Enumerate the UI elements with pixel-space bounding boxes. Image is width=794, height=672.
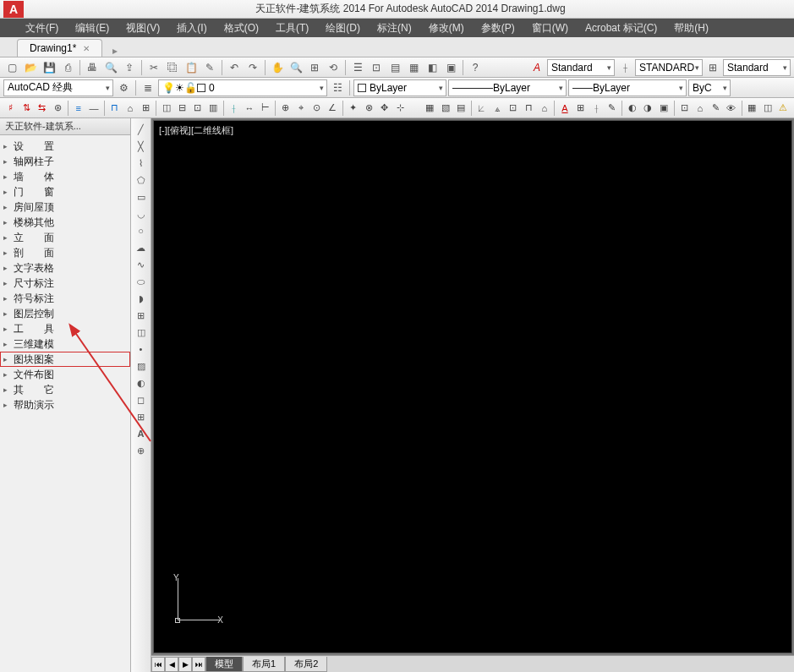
sidebar-item-elevation[interactable]: ▸立 面	[0, 230, 130, 245]
drawing-canvas[interactable]: [-][俯视][二维线框] Y X	[153, 120, 792, 653]
tab-last-icon[interactable]: ⏭	[192, 657, 205, 672]
menu-acrobat[interactable]: Acrobat 标记(C)	[577, 19, 665, 37]
zoom-icon[interactable]: 🔍	[287, 59, 304, 76]
sidebar-item-file[interactable]: ▸文件布图	[0, 367, 130, 382]
menu-window[interactable]: 窗口(W)	[523, 19, 577, 37]
tool-btn-12[interactable]: ⊡	[190, 100, 205, 117]
menu-view[interactable]: 视图(V)	[118, 19, 168, 37]
polyline-icon[interactable]: ⌇	[133, 156, 150, 171]
hatch-icon[interactable]: ▨	[133, 358, 150, 374]
polygon-icon[interactable]: ⬠	[133, 172, 150, 188]
menu-file[interactable]: 文件(F)	[17, 19, 67, 37]
table-icon[interactable]: ⊞	[133, 409, 150, 424]
redo-icon[interactable]: ↷	[244, 59, 261, 76]
layer-dropdown[interactable]: 💡 ☀ 🔓 0	[158, 79, 327, 96]
workspace-gear-icon[interactable]: ⚙	[115, 79, 132, 96]
ellipsearc-icon[interactable]: ◗	[133, 291, 150, 306]
menu-insert[interactable]: 插入(I)	[168, 19, 215, 37]
undo-icon[interactable]: ↶	[226, 59, 243, 76]
tool-btn-r8[interactable]: ⌂	[537, 100, 552, 117]
tool-btn-19[interactable]: ⊙	[309, 100, 325, 117]
tool-btn-r14[interactable]: ◑	[641, 100, 656, 117]
tool-btn-17[interactable]: ⊕	[278, 100, 293, 117]
matchprop-icon[interactable]: ✎	[201, 59, 218, 76]
arc-icon[interactable]: ◡	[133, 206, 150, 221]
menu-help[interactable]: 帮助(H)	[665, 19, 717, 37]
tool-btn-7[interactable]: ⊓	[107, 100, 123, 117]
plot-icon[interactable]: 🖶	[84, 59, 101, 76]
sidebar-item-axis[interactable]: ▸轴网柱子	[0, 154, 130, 169]
tool-btn-r6[interactable]: ⊡	[506, 100, 521, 117]
tool-btn-9[interactable]: ⊞	[139, 100, 154, 117]
sheetset-icon[interactable]: ▦	[405, 59, 422, 76]
tablestyle-icon[interactable]: ⊞	[704, 59, 721, 76]
tool-btn-r13[interactable]: ◐	[625, 100, 640, 117]
tool-btn-r15[interactable]: ▣	[656, 100, 671, 117]
sidebar-item-layer[interactable]: ▸图层控制	[0, 306, 130, 321]
layer-props-icon[interactable]: ≣	[140, 79, 156, 96]
tab-layout2[interactable]: 布局2	[285, 657, 327, 672]
tool-btn-18[interactable]: ⌖	[294, 100, 309, 117]
tool-btn-4[interactable]: ⊛	[51, 100, 66, 117]
xline-icon[interactable]: ╳	[133, 139, 150, 154]
new-icon[interactable]: ▢	[3, 59, 20, 76]
menu-modify[interactable]: 修改(M)	[420, 19, 473, 37]
tab-first-icon[interactable]: ⏮	[151, 657, 165, 672]
revcloud-icon[interactable]: ☁	[133, 240, 150, 255]
menu-draw[interactable]: 绘图(D)	[317, 19, 369, 37]
quickcalc-icon[interactable]: ▣	[442, 59, 459, 76]
spline-icon[interactable]: ∿	[133, 257, 150, 272]
linetype-dropdown[interactable]: ———— ByLayer	[448, 79, 567, 96]
tool-btn-r7[interactable]: ⊓	[521, 100, 536, 117]
toolpalette-icon[interactable]: ▤	[386, 59, 403, 76]
publish-icon[interactable]: ⇪	[121, 59, 138, 76]
tool-btn-r4[interactable]: ⟀	[474, 100, 490, 117]
help-icon[interactable]: ?	[467, 59, 484, 76]
tool-btn-13[interactable]: ▥	[206, 100, 222, 117]
tool-btn-r18[interactable]: ✎	[708, 100, 723, 117]
sidebar-item-3d[interactable]: ▸三维建模	[0, 336, 130, 352]
copy-icon[interactable]: ⿻	[164, 59, 181, 76]
lineweight-dropdown[interactable]: —— ByLayer	[568, 79, 687, 96]
tool-btn-16[interactable]: ⊢	[258, 100, 273, 117]
ellipse-icon[interactable]: ⬭	[133, 274, 150, 289]
tab-overflow-icon[interactable]: ▸	[107, 45, 123, 57]
save-icon[interactable]: 💾	[41, 59, 57, 76]
circle-icon[interactable]: ○	[133, 223, 150, 238]
insert-icon[interactable]: ⊞	[133, 308, 150, 323]
menu-parametric[interactable]: 参数(P)	[473, 19, 523, 37]
sidebar-item-dimension[interactable]: ▸尺寸标注	[0, 276, 130, 291]
tool-btn-r11[interactable]: ⟊	[589, 100, 604, 117]
document-tab[interactable]: Drawing1* ✕	[17, 39, 102, 57]
tab-model[interactable]: 模型	[205, 657, 243, 672]
gradient-icon[interactable]: ◐	[133, 375, 150, 391]
tablestyle-dropdown[interactable]: Standard	[723, 59, 791, 76]
cut-icon[interactable]: ✂	[145, 59, 162, 76]
tab-next-icon[interactable]: ▶	[178, 657, 192, 672]
line-icon[interactable]: ╱	[133, 122, 150, 137]
tool-btn-r17[interactable]: ⌂	[693, 100, 708, 117]
viewport-label[interactable]: [-][俯视][二维线框]	[159, 124, 233, 137]
tool-btn-11[interactable]: ⊟	[175, 100, 190, 117]
menu-format[interactable]: 格式(O)	[216, 19, 267, 37]
textstyle-icon[interactable]: A	[528, 59, 545, 76]
region-icon[interactable]: ◻	[133, 392, 150, 407]
tool-btn-5[interactable]: ≡	[71, 100, 86, 117]
close-tab-icon[interactable]: ✕	[83, 44, 90, 53]
tool-btn-r16[interactable]: ⊡	[676, 100, 692, 117]
tool-btn-15[interactable]: ↔	[242, 100, 257, 117]
sidebar-item-block[interactable]: ▸图块图案	[0, 352, 130, 367]
tool-btn-21[interactable]: ✦	[346, 100, 361, 117]
tool-btn-r20[interactable]: ▦	[744, 100, 759, 117]
menu-dimension[interactable]: 标注(N)	[369, 19, 420, 37]
workspace-dropdown[interactable]: AutoCAD 经典	[3, 79, 113, 96]
saveas-icon[interactable]: ⎙	[59, 59, 76, 76]
zoom-window-icon[interactable]: ⊞	[306, 59, 323, 76]
tab-prev-icon[interactable]: ◀	[165, 657, 178, 672]
layer-states-icon[interactable]: ☷	[329, 79, 346, 96]
pan-icon[interactable]: ✋	[269, 59, 286, 76]
tool-btn-10[interactable]: ◫	[159, 100, 174, 117]
tool-btn-20[interactable]: ∠	[326, 100, 341, 117]
point-icon[interactable]: •	[133, 341, 150, 357]
tool-btn-r1[interactable]: ▦	[423, 100, 438, 117]
